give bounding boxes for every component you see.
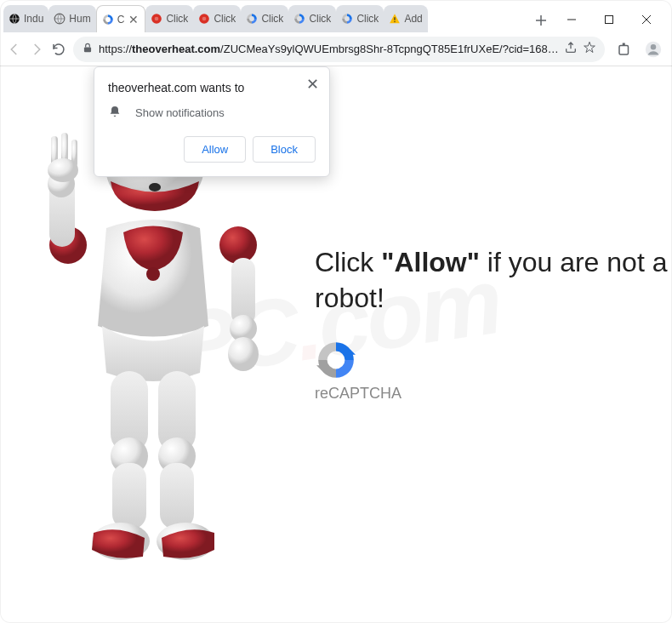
svg-rect-12 (623, 43, 625, 45)
tab-label: Click (261, 13, 283, 25)
tab-7[interactable]: Click (336, 5, 384, 32)
minimize-button[interactable] (553, 7, 590, 32)
close-window-button[interactable] (628, 7, 665, 32)
tab-label: C (117, 14, 125, 26)
tab-favicon (389, 13, 401, 25)
maximize-button[interactable] (590, 7, 628, 32)
tab-8[interactable]: Add (384, 5, 427, 32)
lock-icon (82, 42, 94, 56)
recaptcha-badge: reCAPTCHA (315, 339, 401, 403)
svg-rect-6 (395, 17, 396, 20)
tab-1[interactable]: Hum (48, 5, 95, 32)
tab-label: Click (356, 13, 379, 25)
svg-rect-9 (606, 16, 613, 24)
tab-favicon (246, 13, 258, 25)
svg-point-3 (155, 17, 159, 21)
tab-favicon (9, 13, 20, 25)
new-tab-button[interactable] (529, 9, 553, 32)
svg-rect-11 (619, 45, 629, 54)
block-button[interactable]: Block (253, 136, 316, 163)
tab-label: Add (404, 13, 422, 25)
tab-favicon (293, 13, 305, 25)
share-icon[interactable] (564, 41, 578, 57)
svg-point-5 (202, 17, 207, 21)
permission-label: Show notifications (135, 106, 225, 119)
profile-button[interactable] (641, 37, 666, 62)
dialog-title: theoverheat.com wants to (108, 81, 316, 94)
close-icon[interactable]: ✕ (304, 76, 321, 93)
tab-4[interactable]: Click (193, 5, 241, 32)
svg-point-14 (651, 44, 656, 49)
tab-favicon (151, 13, 162, 25)
tab-3[interactable]: Click (145, 5, 193, 32)
back-button[interactable] (7, 37, 22, 62)
browser-toolbar: https://theoverheat.com/ZUCMeaYs9ylQWUEm… (0, 32, 672, 66)
allow-button[interactable]: Allow (184, 136, 246, 163)
tab-label: Click (309, 13, 331, 25)
tab-favicon (54, 13, 65, 25)
recaptcha-icon (315, 339, 357, 381)
address-bar[interactable]: https://theoverheat.com/ZUCMeaYs9ylQWUEm… (73, 37, 605, 62)
tab-label: Hum (69, 13, 90, 25)
tab-0[interactable]: Indu (3, 5, 48, 32)
url-text: https://theoverheat.com/ZUCMeaYs9ylQWUEm… (99, 43, 559, 55)
tab-label: Click (166, 13, 188, 25)
tab-favicon (102, 14, 114, 26)
captcha-message: Click "Allow" if you are not a robot! (315, 245, 672, 316)
close-icon[interactable]: ✕ (128, 14, 140, 26)
window-controls (553, 7, 665, 32)
svg-point-24 (48, 158, 78, 182)
bell-icon (108, 105, 122, 121)
tab-label: Indu (24, 13, 43, 25)
tab-favicon (198, 13, 210, 25)
forward-button[interactable] (29, 37, 44, 62)
svg-rect-42 (160, 463, 194, 529)
svg-point-28 (228, 337, 259, 371)
tab-5[interactable]: Click (241, 5, 288, 32)
tab-favicon (341, 13, 353, 25)
recaptcha-label: reCAPTCHA (315, 385, 401, 403)
page-content: PC.com (0, 66, 672, 623)
svg-point-29 (146, 267, 160, 281)
svg-rect-38 (112, 463, 146, 529)
tab-6[interactable]: Click (288, 5, 336, 32)
svg-rect-7 (395, 21, 396, 22)
svg-point-25 (219, 226, 257, 264)
robot-illustration (26, 117, 281, 577)
svg-point-33 (149, 183, 161, 191)
window-titlebar: InduHumC✕ClickClickClickClickClickAdd (0, 0, 672, 32)
tab-2[interactable]: C✕ (96, 5, 146, 32)
tab-label: Click (214, 13, 236, 25)
star-icon[interactable] (583, 41, 596, 57)
extensions-button[interactable] (612, 37, 637, 62)
tab-strip: InduHumC✕ClickClickClickClickClickAdd (3, 3, 529, 32)
svg-rect-10 (84, 47, 91, 52)
reload-button[interactable] (51, 37, 66, 62)
notification-permission-dialog: ✕ theoverheat.com wants to Show notifica… (94, 66, 330, 177)
